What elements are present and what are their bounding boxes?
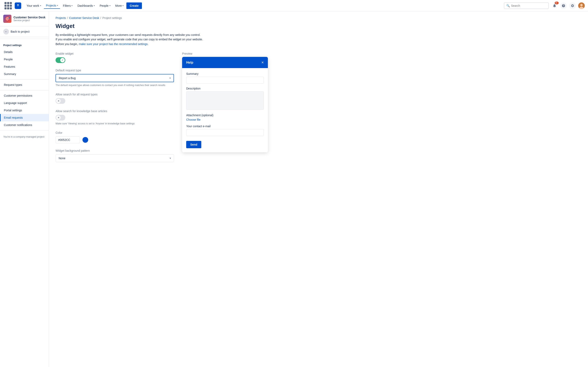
preview-body: Summary Description Attachment (optional… bbox=[182, 68, 268, 152]
chevron-down-icon: ▾ bbox=[40, 4, 41, 7]
chevron-down-icon: ▾ bbox=[71, 4, 72, 7]
jira-logo[interactable] bbox=[15, 2, 21, 9]
nav-filters[interactable]: Filters ▾ bbox=[61, 3, 75, 8]
allow-search-label: Allow search for all request types bbox=[56, 93, 174, 96]
notification-badge: 9+ bbox=[555, 2, 559, 4]
color-dot[interactable] bbox=[82, 137, 88, 143]
preview-summary-input[interactable] bbox=[186, 77, 264, 83]
bg-pattern-select[interactable]: None ▾ bbox=[56, 154, 174, 162]
help-button[interactable] bbox=[560, 2, 567, 9]
sidebar-divider-2 bbox=[0, 79, 49, 80]
allow-kb-toggle[interactable]: ✕ bbox=[56, 115, 65, 120]
nav-your-work[interactable]: Your work ▾ bbox=[25, 3, 43, 8]
preview-description-label: Description bbox=[186, 87, 264, 90]
default-request-type-select-wrap: Report a Bug ▾ bbox=[56, 74, 174, 82]
chevron-down-icon: ▾ bbox=[169, 77, 171, 80]
bg-pattern-value: None bbox=[59, 157, 65, 160]
preview-send-button[interactable]: Send bbox=[186, 141, 201, 148]
page-title: Widget bbox=[56, 23, 581, 29]
allow-kb-toggle-wrap: ✕ bbox=[56, 115, 174, 120]
sidebar-item-features[interactable]: Features bbox=[0, 63, 49, 70]
search-box[interactable]: 🔍 bbox=[504, 2, 549, 9]
enable-widget-toggle[interactable]: ✓ bbox=[56, 57, 65, 63]
sidebar-section-title: Project settings bbox=[0, 41, 49, 48]
sidebar-footer: You're in a company-managed project bbox=[0, 132, 49, 142]
enable-widget-label: Enable widget bbox=[56, 52, 174, 55]
sidebar-item-details[interactable]: Details bbox=[0, 48, 49, 56]
preview-header: Help × bbox=[182, 57, 268, 68]
default-request-type-section: Default request type Report a Bug ▾ The … bbox=[56, 69, 174, 87]
preview-description-textarea[interactable] bbox=[186, 91, 264, 110]
back-label: Back to project bbox=[11, 30, 30, 33]
top-navigation: Your work ▾ Projects ▾ Filters ▾ Dashboa… bbox=[0, 0, 588, 11]
sidebar-item-customer-notifications[interactable]: Customer notifications bbox=[0, 121, 49, 129]
project-icon: 🎯 bbox=[3, 15, 11, 23]
nav-people[interactable]: People ▾ bbox=[98, 3, 112, 8]
chevron-down-icon: ▾ bbox=[94, 4, 95, 7]
enable-widget-toggle-wrap: ✓ bbox=[56, 57, 174, 63]
top-nav-right: 🔍 9+ bbox=[504, 2, 585, 9]
preview-close-icon[interactable]: × bbox=[261, 60, 264, 65]
default-request-type-select[interactable]: Report a Bug ▾ bbox=[56, 74, 174, 82]
select-value: Report a Bug bbox=[59, 76, 76, 80]
app-grid-icon[interactable] bbox=[3, 1, 13, 11]
widget-settings: Enable widget ✓ Default request type bbox=[56, 52, 174, 168]
nav-more[interactable]: More ▾ bbox=[113, 3, 126, 8]
chevron-down-icon: ▾ bbox=[170, 157, 171, 160]
sidebar-divider-4 bbox=[0, 130, 49, 131]
settings-button[interactable] bbox=[569, 2, 576, 9]
allow-kb-section: Allow search for knowledge base articles… bbox=[56, 109, 174, 125]
widget-layout: Enable widget ✓ Default request type bbox=[56, 52, 581, 168]
project-header: 🎯 Customer Service Desk Service project bbox=[0, 11, 49, 26]
sidebar-divider-3 bbox=[0, 90, 49, 90]
bg-pattern-label: Widget background pattern bbox=[56, 149, 174, 152]
chevron-down-icon: ▾ bbox=[122, 4, 123, 7]
breadcrumb-project-name[interactable]: Customer Service Desk bbox=[69, 16, 99, 20]
sidebar-item-request-types[interactable]: Request types bbox=[0, 81, 49, 89]
sidebar-item-portal-settings[interactable]: Portal settings bbox=[0, 107, 49, 114]
create-button[interactable]: Create bbox=[126, 2, 142, 9]
allow-search-section: Allow search for all request types ✕ bbox=[56, 93, 174, 104]
color-wrap bbox=[56, 136, 174, 143]
user-avatar[interactable] bbox=[578, 2, 585, 9]
sidebar-item-language-support[interactable]: Language support bbox=[0, 99, 49, 107]
recommended-settings-link[interactable]: make sure your project has the recommend… bbox=[79, 42, 148, 46]
main-content: Projects / Customer Service Desk / Proje… bbox=[49, 11, 588, 367]
preview-summary-label: Summary bbox=[186, 72, 264, 75]
project-name: Customer Service Desk bbox=[13, 16, 45, 19]
nav-dashboards[interactable]: Dashboards ▾ bbox=[75, 3, 97, 8]
allow-kb-label: Allow search for knowledge base articles bbox=[56, 109, 174, 113]
color-hex-input[interactable] bbox=[56, 136, 80, 143]
enable-widget-section: Enable widget ✓ bbox=[56, 52, 174, 63]
search-icon: 🔍 bbox=[506, 4, 510, 7]
nav-projects[interactable]: Projects ▾ bbox=[44, 3, 60, 9]
bg-pattern-section: Widget background pattern None ▾ bbox=[56, 149, 174, 162]
breadcrumb-projects[interactable]: Projects bbox=[56, 16, 66, 20]
notifications-button[interactable]: 9+ bbox=[551, 2, 558, 9]
sidebar-item-summary[interactable]: Summary bbox=[0, 70, 49, 78]
color-section: Color bbox=[56, 131, 174, 143]
page-description: By embedding a lightweight request form,… bbox=[56, 33, 239, 46]
allow-kb-hint: Make sure 'Viewing' access is set to 'An… bbox=[56, 122, 174, 125]
preview-widget: Help × Summary Description bbox=[182, 57, 268, 152]
choose-file-button[interactable]: Choose file bbox=[186, 118, 200, 121]
default-request-type-label: Default request type bbox=[56, 69, 174, 72]
chevron-down-icon: ▾ bbox=[57, 4, 58, 7]
top-nav-items: Your work ▾ Projects ▾ Filters ▾ Dashboa… bbox=[25, 2, 502, 9]
preview-email-input[interactable] bbox=[186, 129, 264, 136]
sidebar: 🎯 Customer Service Desk Service project … bbox=[0, 11, 49, 367]
search-input[interactable] bbox=[511, 4, 546, 7]
preview-email-field: Your contact e-mail bbox=[186, 125, 264, 136]
preview-attachment-field: Attachment (optional) Choose file bbox=[186, 114, 264, 121]
sidebar-item-email-requests[interactable]: Email requests bbox=[0, 114, 49, 121]
color-label: Color bbox=[56, 131, 174, 134]
breadcrumb: Projects / Customer Service Desk / Proje… bbox=[56, 16, 581, 20]
preview-attachment-label: Attachment (optional) bbox=[186, 114, 264, 117]
back-to-project[interactable]: ← Back to project bbox=[0, 26, 49, 37]
allow-search-toggle[interactable]: ✕ bbox=[56, 98, 65, 104]
breadcrumb-current: Project settings bbox=[102, 16, 122, 20]
default-request-type-hint: The default request type allows customer… bbox=[56, 83, 174, 87]
widget-preview: Preview Help × Summary Description bbox=[182, 52, 268, 152]
sidebar-item-customer-permissions[interactable]: Customer permissions bbox=[0, 92, 49, 99]
sidebar-item-people[interactable]: People bbox=[0, 56, 49, 63]
